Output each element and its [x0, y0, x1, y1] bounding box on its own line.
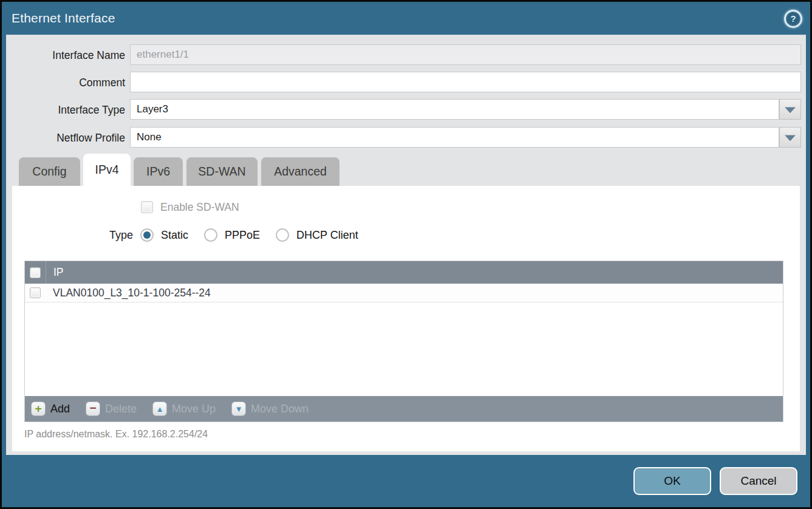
- move-up-icon: ▲: [152, 401, 167, 416]
- add-icon: +: [31, 401, 46, 416]
- row-checkbox[interactable]: [30, 287, 41, 298]
- ip-row-value: VLAN0100_L3_10-1-100-254--24: [46, 287, 211, 299]
- radio-static[interactable]: [140, 228, 154, 242]
- netflow-profile-row: Netflow Profile: [6, 127, 801, 149]
- interface-name-row: Interface Name: [6, 44, 801, 66]
- add-button[interactable]: + Add: [31, 401, 70, 416]
- delete-icon: −: [86, 401, 100, 416]
- ip-format-hint: IP address/netmask. Ex. 192.168.2.254/24: [24, 429, 208, 440]
- dialog-titlebar: Ethernet Interface ?: [2, 2, 810, 35]
- interface-type-row: Interface Type: [6, 99, 801, 121]
- radio-dhcp-client[interactable]: [276, 228, 289, 242]
- tab-config[interactable]: Config: [19, 157, 80, 186]
- interface-type-dropdown-button[interactable]: [779, 99, 801, 120]
- enable-sdwan-checkbox[interactable]: [141, 201, 153, 213]
- radio-pppoe-label: PPPoE: [225, 229, 260, 242]
- netflow-profile-select[interactable]: [130, 127, 779, 148]
- move-up-button[interactable]: ▲ Move Up: [152, 401, 216, 416]
- chevron-down-icon: [785, 108, 796, 114]
- radio-static-label: Static: [161, 229, 188, 242]
- tab-ipv4[interactable]: IPv4: [83, 154, 131, 189]
- table-row[interactable]: VLAN0100_L3_10-1-100-254--24: [25, 284, 783, 302]
- radio-dhcp-client-label: DHCP Client: [296, 229, 358, 242]
- ok-button[interactable]: OK: [633, 467, 711, 495]
- move-down-icon: ▼: [231, 401, 246, 416]
- enable-sdwan-label: Enable SD-WAN: [160, 201, 239, 214]
- type-label: Type: [109, 229, 133, 242]
- select-all-checkbox[interactable]: [30, 267, 41, 278]
- interface-name-field: [130, 44, 801, 65]
- ip-table-header: IP: [25, 261, 783, 284]
- netflow-profile-dropdown-button[interactable]: [779, 127, 801, 148]
- delete-button[interactable]: − Delete: [86, 401, 137, 416]
- dialog-title: Ethernet Interface: [12, 11, 115, 26]
- move-down-button[interactable]: ▼ Move Down: [231, 401, 309, 416]
- interface-type-select[interactable]: [130, 99, 779, 120]
- dialog-body: Interface Name Comment Interface Type: [6, 35, 806, 455]
- tab-sd-wan[interactable]: SD-WAN: [186, 157, 258, 186]
- enable-sdwan-row: Enable SD-WAN: [141, 199, 239, 215]
- ethernet-interface-dialog: Ethernet Interface ? Interface Name Comm…: [0, 0, 812, 509]
- help-icon[interactable]: ?: [784, 10, 802, 28]
- comment-row: Comment: [6, 72, 801, 94]
- table-toolbar: + Add − Delete ▲ Move Up ▼ Move Down: [25, 396, 783, 422]
- tab-advanced[interactable]: Advanced: [261, 157, 339, 186]
- interface-type-label: Interface Type: [6, 99, 125, 121]
- netflow-profile-label: Netflow Profile: [6, 127, 125, 149]
- ipv4-tab-panel: Enable SD-WAN Type Static PPPoE DHCP Cli…: [12, 186, 800, 451]
- chevron-down-icon: [785, 135, 796, 142]
- ip-table-body: VLAN0100_L3_10-1-100-254--24: [25, 284, 783, 396]
- ip-column-header: IP: [46, 266, 64, 279]
- dialog-footer: OK Cancel: [2, 455, 810, 507]
- comment-field[interactable]: [130, 72, 801, 92]
- radio-pppoe[interactable]: [204, 228, 217, 242]
- type-radio-group: Type Static PPPoE DHCP Client: [109, 226, 358, 244]
- ip-address-table: IP VLAN0100_L3_10-1-100-254--24 + Add: [24, 261, 783, 422]
- cancel-button[interactable]: Cancel: [720, 467, 797, 495]
- tab-ipv6[interactable]: IPv6: [134, 157, 183, 186]
- interface-name-label: Interface Name: [6, 44, 125, 66]
- comment-label: Comment: [6, 72, 125, 94]
